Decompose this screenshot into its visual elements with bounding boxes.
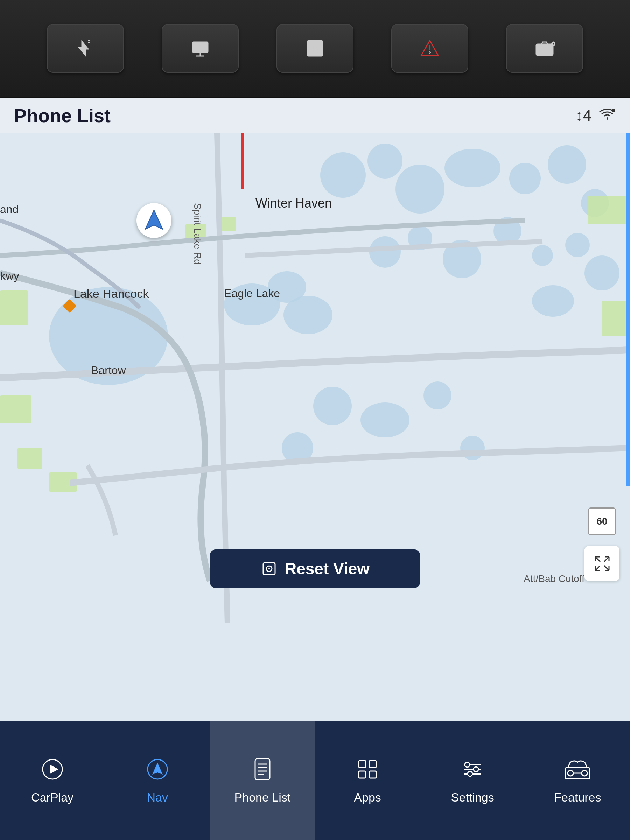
svg-point-22 [509, 163, 541, 194]
svg-point-27 [532, 285, 574, 317]
nav-apps-label: Apps [354, 791, 381, 804]
svg-line-50 [595, 557, 600, 562]
nav-icon [145, 757, 170, 786]
phone-list-icon [251, 757, 274, 786]
features-icon [564, 757, 592, 786]
camera-button[interactable]: OFF [506, 24, 583, 73]
reset-view-button[interactable]: Reset View [210, 549, 420, 588]
map-svg [0, 133, 630, 721]
svg-marker-65 [152, 763, 163, 775]
svg-point-78 [465, 762, 470, 767]
map-label-eagle-lake: Eagle Lake [224, 287, 280, 300]
nav-item-nav[interactable]: Nav [105, 721, 210, 840]
svg-point-17 [284, 296, 333, 334]
svg-rect-72 [369, 761, 376, 767]
apps-icon [355, 757, 380, 786]
map-area[interactable]: and kwy Winter Haven Eagle Lake Lake Han… [0, 133, 630, 721]
svg-line-59 [604, 557, 609, 562]
svg-point-21 [445, 149, 501, 187]
svg-rect-43 [0, 395, 32, 423]
svg-point-80 [467, 771, 472, 776]
svg-point-79 [474, 767, 478, 772]
svg-point-34 [360, 403, 409, 437]
page-title: Phone List [14, 105, 111, 126]
svg-text:|P|: |P| [309, 43, 322, 55]
cutoff-label: Att/Bab Cutoff [524, 573, 584, 584]
svg-point-33 [313, 387, 352, 425]
map-label-kwy: kwy [0, 270, 19, 283]
traffic-indicator [242, 133, 244, 189]
hardware-bar: |P| OFF [0, 0, 630, 98]
map-label-spirit-lake-rd: Spirit Lake Rd [192, 203, 203, 265]
svg-point-26 [584, 256, 619, 291]
svg-point-28 [369, 236, 401, 268]
current-location-marker [136, 203, 172, 238]
svg-point-9 [429, 52, 431, 54]
map-label-winter-haven: Winter Haven [256, 196, 332, 211]
parking-button[interactable]: |P| [276, 24, 354, 73]
map-label-and: and [0, 203, 19, 216]
svg-point-35 [423, 382, 452, 409]
nav-item-phone-list[interactable]: Phone List [210, 721, 315, 840]
svg-point-20 [395, 164, 445, 213]
svg-marker-46 [145, 210, 163, 229]
nav-item-carplay[interactable]: CarPlay [0, 721, 105, 840]
svg-point-23 [548, 145, 586, 184]
expand-button[interactable] [584, 546, 619, 581]
svg-text:OFF: OFF [552, 41, 555, 47]
top-bar: Phone List ↕4 [0, 98, 630, 133]
blue-edge-indicator [626, 133, 630, 486]
svg-rect-74 [369, 771, 376, 778]
status-icons: ↕4 [575, 107, 616, 124]
nav-features-label: Features [554, 791, 601, 804]
nav-phone-list-label: Phone List [235, 791, 291, 804]
settings-icon [460, 757, 485, 786]
display-button[interactable] [162, 24, 239, 73]
svg-rect-2 [193, 42, 208, 52]
svg-rect-73 [359, 771, 366, 778]
carplay-icon [40, 757, 65, 786]
nav-settings-label: Settings [451, 791, 494, 804]
nav-nav-label: Nav [147, 791, 168, 804]
svg-rect-42 [0, 291, 28, 325]
svg-line-56 [595, 565, 600, 570]
svg-point-19 [368, 144, 403, 178]
svg-rect-40 [588, 196, 630, 224]
svg-line-53 [604, 565, 609, 570]
nav-carplay-label: CarPlay [31, 791, 74, 804]
nav-item-apps[interactable]: Apps [315, 721, 420, 840]
wifi-icon [598, 107, 616, 124]
nav-item-features[interactable]: Features [525, 721, 630, 840]
svg-rect-71 [359, 761, 366, 767]
reset-view-label: Reset View [285, 559, 369, 578]
svg-point-83 [582, 771, 587, 776]
svg-point-13 [611, 109, 615, 112]
signal-icon: ↕4 [575, 107, 592, 124]
bottom-nav: CarPlay Nav Pho [0, 721, 630, 840]
map-label-lake-hancock: Lake Hancock [74, 287, 149, 301]
map-label-bartow: Bartow [91, 364, 126, 377]
svg-marker-63 [50, 765, 58, 774]
svg-point-49 [268, 568, 270, 570]
svg-point-25 [565, 233, 590, 257]
nav-item-settings[interactable]: Settings [420, 721, 525, 840]
svg-rect-44 [17, 448, 42, 469]
screen: Phone List ↕4 [0, 98, 630, 840]
svg-point-11 [541, 46, 548, 53]
highway-badge: 60 [588, 507, 616, 535]
svg-rect-66 [255, 759, 270, 780]
charge-button[interactable] [47, 24, 124, 73]
svg-point-18 [320, 152, 366, 198]
svg-point-82 [568, 771, 573, 776]
svg-point-32 [532, 245, 553, 266]
svg-rect-39 [221, 217, 236, 231]
hazard-button[interactable] [391, 24, 468, 73]
